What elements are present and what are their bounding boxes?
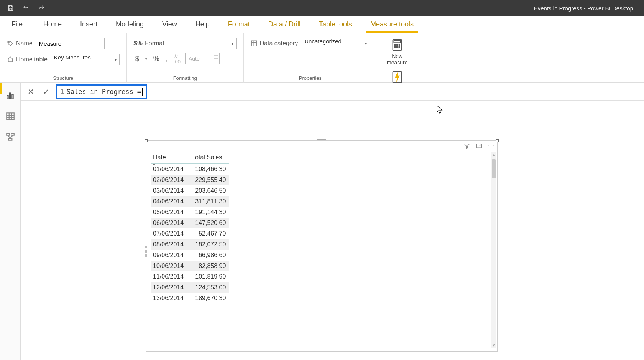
svg-point-8 bbox=[394, 45, 396, 46]
svg-rect-16 bbox=[9, 93, 10, 99]
ribbon-group-formatting: $% Format $ ▾ % , .0.00 Auto Formatting bbox=[127, 33, 244, 83]
table-row[interactable]: 03/06/2014203,646.50 bbox=[151, 185, 229, 196]
cell-total-sales: 189,670.30 bbox=[191, 293, 229, 304]
decimal-places-input[interactable]: Auto bbox=[185, 53, 220, 64]
filter-icon[interactable] bbox=[463, 142, 470, 149]
cell-total-sales: 147,520.60 bbox=[191, 218, 229, 228]
table-row[interactable]: 10/06/201482,858.90 bbox=[151, 261, 229, 271]
tab-insert[interactable]: Insert bbox=[71, 16, 107, 33]
format-label: $% Format bbox=[134, 40, 164, 47]
cell-date: 06/06/2014 bbox=[151, 218, 191, 228]
cell-date: 10/06/2014 bbox=[151, 261, 191, 271]
redo-icon[interactable] bbox=[37, 3, 46, 13]
data-category-select[interactable]: Uncategorized bbox=[301, 38, 370, 49]
svg-rect-18 bbox=[7, 113, 14, 119]
currency-dropdown-icon[interactable]: ▾ bbox=[144, 57, 149, 61]
view-switcher bbox=[0, 83, 21, 360]
cell-total-sales: 124,553.00 bbox=[191, 282, 229, 293]
formula-commit-button[interactable]: ✓ bbox=[41, 87, 51, 96]
save-icon[interactable] bbox=[6, 3, 15, 13]
cell-date: 03/06/2014 bbox=[151, 185, 191, 196]
decimal-button[interactable]: .0.00 bbox=[172, 53, 182, 64]
cell-date: 04/06/2014 bbox=[151, 196, 191, 207]
format-select[interactable] bbox=[168, 38, 237, 49]
comma-button[interactable]: , bbox=[164, 55, 169, 63]
table-row[interactable]: 02/06/2014229,555.40 bbox=[151, 175, 229, 185]
home-icon bbox=[7, 56, 14, 63]
tab-file[interactable]: File bbox=[0, 16, 34, 33]
table-row[interactable]: 07/06/201452,467.70 bbox=[151, 228, 229, 239]
scroll-thumb[interactable] bbox=[492, 159, 496, 178]
scroll-down-icon[interactable]: ∨ bbox=[491, 343, 496, 348]
resize-handle-tr[interactable] bbox=[496, 139, 499, 142]
formula-input-highlight[interactable]: 1 Sales in Progress = bbox=[56, 84, 147, 99]
data-view-button[interactable] bbox=[2, 108, 18, 124]
formula-cancel-button[interactable]: ✕ bbox=[25, 87, 36, 96]
sort-asc-icon: ▲ bbox=[152, 162, 156, 166]
tab-measure-tools[interactable]: Measure tools bbox=[361, 16, 423, 33]
home-table-select[interactable]: Key Measures bbox=[51, 54, 120, 65]
resize-handle-tl[interactable] bbox=[145, 139, 148, 142]
new-measure-button[interactable]: New measure bbox=[384, 38, 410, 66]
svg-point-2 bbox=[8, 41, 9, 42]
model-view-button[interactable] bbox=[2, 129, 18, 145]
drag-grip-icon[interactable] bbox=[317, 139, 326, 142]
table-row[interactable]: 05/06/2014191,144.30 bbox=[151, 207, 229, 218]
svg-point-11 bbox=[394, 46, 396, 48]
format-prefix-icon: $% bbox=[134, 40, 143, 47]
side-grip-icon[interactable] bbox=[145, 246, 147, 257]
cell-total-sales: 182,072.50 bbox=[191, 239, 229, 250]
quick-measure-icon bbox=[391, 71, 404, 84]
visual-header-toolbar: ··· bbox=[463, 142, 495, 149]
cell-date: 05/06/2014 bbox=[151, 207, 191, 218]
tab-modeling[interactable]: Modeling bbox=[107, 16, 153, 33]
cell-date: 13/06/2014 bbox=[151, 293, 191, 304]
svg-point-10 bbox=[399, 45, 400, 46]
group-label-formatting: Formatting bbox=[134, 74, 237, 81]
cell-total-sales: 203,646.50 bbox=[191, 185, 229, 196]
cell-date: 01/06/2014 bbox=[151, 163, 191, 175]
cell-date: 09/06/2014 bbox=[151, 250, 191, 261]
table-row[interactable]: 13/06/2014189,670.30 bbox=[151, 293, 229, 304]
table-row[interactable]: 09/06/201466,986.60 bbox=[151, 250, 229, 261]
cell-total-sales: 52,467.70 bbox=[191, 228, 229, 239]
cell-date: 02/06/2014 bbox=[151, 175, 191, 185]
ribbon: Name Home table Key Measures Structure $… bbox=[0, 33, 644, 83]
table-row[interactable]: 08/06/2014182,072.50 bbox=[151, 239, 229, 250]
currency-button[interactable]: $ bbox=[134, 55, 141, 63]
name-label: Name bbox=[7, 40, 33, 47]
tab-help[interactable]: Help bbox=[186, 16, 219, 33]
table-row[interactable]: 11/06/2014101,819.90 bbox=[151, 271, 229, 282]
table-row[interactable]: 01/06/2014108,466.30 bbox=[151, 163, 229, 175]
more-options-icon[interactable]: ··· bbox=[488, 142, 495, 149]
category-icon bbox=[251, 40, 258, 47]
undo-icon[interactable] bbox=[21, 3, 31, 13]
column-header-total-sales[interactable]: Total Sales bbox=[191, 152, 229, 163]
name-input[interactable] bbox=[36, 38, 105, 49]
svg-point-12 bbox=[397, 46, 398, 48]
report-view-button[interactable] bbox=[2, 88, 18, 104]
tab-format[interactable]: Format bbox=[219, 16, 259, 33]
table-visual[interactable]: ··· Date ▲ Total Sales 01 bbox=[146, 140, 498, 352]
focus-mode-icon[interactable] bbox=[476, 142, 483, 149]
svg-rect-24 bbox=[11, 133, 14, 135]
svg-line-26 bbox=[8, 135, 10, 139]
vertical-scrollbar[interactable]: ∧ ∨ bbox=[491, 152, 496, 348]
percent-button[interactable]: % bbox=[152, 55, 161, 63]
formula-text[interactable]: Sales in Progress = bbox=[67, 88, 141, 96]
table-row[interactable]: 04/06/2014311,811.30 bbox=[151, 196, 229, 207]
svg-rect-17 bbox=[12, 94, 13, 99]
data-category-label: Data category bbox=[251, 40, 298, 47]
svg-rect-3 bbox=[251, 41, 257, 46]
tab-data-drill[interactable]: Data / Drill bbox=[259, 16, 310, 33]
tab-table-tools[interactable]: Table tools bbox=[310, 16, 361, 33]
column-header-date[interactable]: Date ▲ bbox=[151, 152, 191, 163]
tab-home[interactable]: Home bbox=[34, 16, 71, 33]
tab-view[interactable]: View bbox=[153, 16, 186, 33]
cell-date: 12/06/2014 bbox=[151, 282, 191, 293]
visual-body: Date ▲ Total Sales 01/06/2014108,466.300… bbox=[151, 152, 492, 350]
svg-rect-25 bbox=[8, 138, 12, 140]
table-row[interactable]: 12/06/2014124,553.00 bbox=[151, 282, 229, 293]
scroll-up-icon[interactable]: ∧ bbox=[491, 152, 496, 158]
table-row[interactable]: 06/06/2014147,520.60 bbox=[151, 218, 229, 228]
